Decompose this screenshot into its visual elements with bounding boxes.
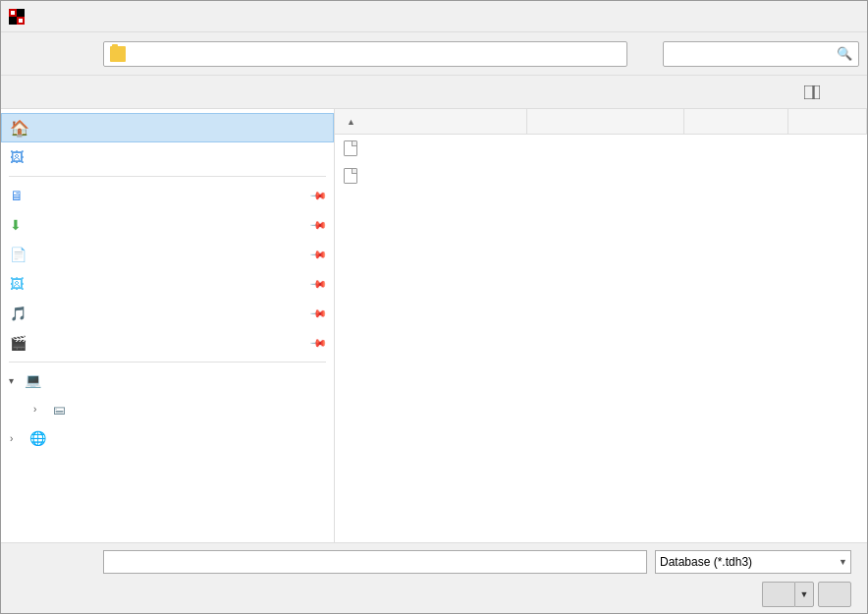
main-content: 🏠 🖼 🖥 📌 ⬇ 📌 📄 (1, 109, 867, 542)
cancel-button[interactable] (818, 582, 851, 607)
music-pin-icon: 📌 (308, 304, 327, 322)
documents-icon: 📄 (10, 247, 27, 262)
filetype-wrapper: Database (*.tdh3) // populate the select… (655, 550, 851, 574)
title-controls (716, 1, 859, 32)
col-header-date[interactable] (527, 109, 684, 134)
localdisk-collapse-icon: › (33, 404, 45, 415)
home-icon: 🏠 (10, 119, 29, 138)
minimize-button[interactable] (716, 1, 761, 32)
up-button[interactable] (72, 40, 99, 68)
svg-rect-1 (17, 9, 25, 17)
sidebar-divider-2 (9, 362, 326, 363)
back-button[interactable] (9, 40, 36, 68)
svg-rect-4 (11, 11, 15, 15)
app-icon (9, 9, 25, 25)
col-header-size[interactable] (788, 109, 867, 134)
sidebar-item-desktop[interactable]: 🖥 📌 (1, 181, 334, 210)
filename-row: Database (*.tdh3) // populate the select… (17, 550, 851, 574)
refresh-button[interactable] (631, 40, 659, 68)
bottom-bar: Database (*.tdh3) // populate the select… (1, 542, 867, 613)
open-btn-group: ▼ (762, 582, 814, 607)
search-input[interactable] (668, 47, 835, 61)
sidebar-divider-1 (9, 176, 326, 177)
thispc-icon: 💻 (25, 372, 41, 388)
close-button[interactable] (814, 1, 859, 32)
pictures-pin-icon: 📌 (308, 274, 327, 293)
sidebar-item-videos[interactable]: 🎬 📌 (1, 328, 334, 358)
preview-pane-button[interactable] (798, 80, 826, 105)
videos-icon: 🎬 (10, 335, 27, 351)
table-row[interactable] (335, 162, 867, 190)
navigation-toolbar: 🔍 (1, 32, 867, 76)
maximize-button[interactable] (765, 1, 810, 32)
col-header-type[interactable] (684, 109, 788, 134)
documents-pin-icon: 📌 (308, 245, 327, 263)
title-bar (1, 1, 867, 32)
file-size-cell (788, 162, 867, 189)
svg-rect-5 (19, 19, 23, 23)
sidebar-item-downloads[interactable]: ⬇ 📌 (1, 210, 334, 240)
breadcrumb-folder-icon (110, 46, 126, 62)
breadcrumb[interactable] (103, 41, 627, 67)
file-date-cell (527, 162, 684, 189)
title-bar-left (9, 9, 30, 25)
sidebar-item-home[interactable]: 🏠 (1, 113, 334, 142)
open-button[interactable] (762, 582, 794, 607)
svg-rect-7 (814, 85, 820, 99)
breadcrumb-dropdown-button[interactable] (137, 41, 157, 67)
thispc-collapse-icon: ▾ (9, 375, 21, 386)
gallery-icon: 🖼 (10, 149, 24, 165)
doc-icon (344, 168, 357, 184)
help-button[interactable] (832, 80, 859, 105)
sidebar: 🏠 🖼 🖥 📌 ⬇ 📌 📄 (1, 109, 335, 542)
downloads-pin-icon: 📌 (308, 215, 327, 234)
network-icon: 🌐 (29, 430, 46, 446)
videos-pin-icon: 📌 (308, 333, 327, 352)
localdisk-icon: 🖴 (53, 402, 66, 417)
sidebar-item-pictures[interactable]: 🖼 📌 (1, 269, 334, 299)
sidebar-item-documents[interactable]: 📄 📌 (1, 240, 334, 269)
col-header-name[interactable]: ▲ (335, 109, 527, 134)
file-type-cell (684, 135, 788, 161)
pictures-icon: 🖼 (10, 276, 24, 292)
view-buttons (748, 80, 792, 105)
network-collapse-icon: › (10, 433, 22, 444)
search-box: 🔍 (663, 41, 859, 67)
file-icon (343, 168, 358, 184)
filetype-select[interactable]: Database (*.tdh3) (655, 550, 851, 574)
sidebar-item-gallery[interactable]: 🖼 (1, 142, 334, 172)
file-size-cell (788, 135, 867, 161)
table-row[interactable] (335, 135, 867, 162)
filename-input[interactable] (103, 550, 647, 574)
file-type-cell (684, 162, 788, 189)
file-name-cell (335, 135, 527, 161)
desktop-pin-icon: 📌 (308, 186, 327, 204)
action-row: ▼ (17, 582, 851, 607)
action-toolbar (1, 76, 867, 109)
list-view-button[interactable] (748, 80, 776, 105)
sidebar-thispc-header[interactable]: ▾ 💻 (1, 366, 334, 394)
open-dropdown-button[interactable]: ▼ (794, 582, 814, 607)
downloads-icon: ⬇ (10, 217, 22, 233)
svg-rect-6 (804, 85, 813, 99)
view-dropdown-button[interactable] (777, 80, 792, 105)
file-icon (343, 140, 358, 156)
file-date-cell (527, 135, 684, 161)
music-icon: 🎵 (10, 306, 27, 321)
organize-button[interactable] (9, 80, 30, 105)
desktop-icon: 🖥 (10, 188, 24, 203)
file-list-header: ▲ (335, 109, 867, 135)
search-button[interactable]: 🔍 (835, 44, 854, 64)
sidebar-item-network[interactable]: › 🌐 (1, 423, 334, 453)
forward-button[interactable] (40, 40, 68, 68)
preview-pane-icon (804, 85, 820, 99)
file-name-cell (335, 162, 527, 189)
sort-arrow: ▲ (347, 117, 355, 127)
new-folder-button[interactable] (36, 80, 54, 105)
sidebar-item-localdisk[interactable]: › 🖴 (1, 394, 334, 423)
doc-icon (344, 140, 357, 156)
sidebar-item-music[interactable]: 🎵 📌 (1, 299, 334, 328)
svg-rect-2 (9, 17, 17, 25)
file-list-container: ▲ (335, 109, 867, 542)
